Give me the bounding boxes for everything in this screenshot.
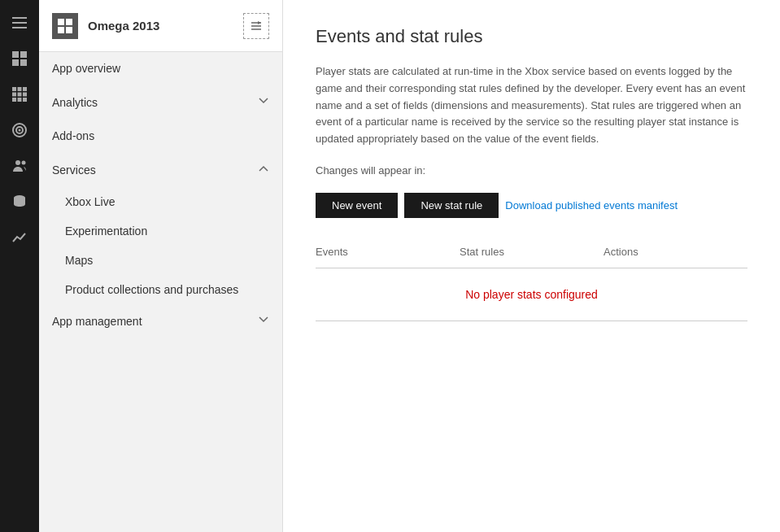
app-management-chevron-down-icon bbox=[258, 314, 269, 328]
svg-rect-15 bbox=[23, 98, 27, 102]
nav-item-addons[interactable]: Add-ons bbox=[39, 120, 282, 153]
svg-rect-9 bbox=[23, 87, 27, 91]
download-events-manifest-link[interactable]: Download published events manifest bbox=[505, 199, 678, 211]
app-icon bbox=[52, 13, 78, 39]
action-buttons: New event New stat rule Download publish… bbox=[316, 193, 747, 218]
svg-rect-23 bbox=[66, 19, 72, 25]
grid-icon[interactable] bbox=[3, 78, 36, 111]
svg-rect-22 bbox=[58, 19, 64, 25]
svg-rect-11 bbox=[18, 93, 22, 97]
nav-item-app-overview[interactable]: App overview bbox=[39, 52, 282, 85]
nav-item-app-management[interactable]: App management bbox=[39, 304, 282, 338]
column-stat-rules: Stat rules bbox=[460, 242, 604, 261]
svg-rect-6 bbox=[20, 59, 27, 66]
icon-sidebar bbox=[0, 0, 39, 532]
svg-point-20 bbox=[22, 161, 26, 165]
nav-sidebar: Omega 2013 App overview Analytics Add-on… bbox=[39, 0, 283, 532]
svg-point-19 bbox=[15, 160, 20, 165]
target-icon[interactable] bbox=[3, 114, 36, 146]
svg-rect-5 bbox=[12, 59, 19, 66]
analytics-chevron-down-icon bbox=[258, 95, 269, 109]
services-chevron-up-icon bbox=[258, 163, 269, 177]
svg-rect-3 bbox=[12, 51, 19, 58]
changes-notice: Changes will appear in: bbox=[316, 164, 747, 177]
database-icon[interactable] bbox=[3, 185, 36, 218]
nav-sub-item-product-collections[interactable]: Product collections and purchases bbox=[39, 275, 282, 304]
svg-rect-25 bbox=[66, 27, 72, 33]
svg-rect-24 bbox=[58, 27, 64, 33]
new-event-button[interactable]: New event bbox=[316, 193, 398, 218]
empty-message: No player stats configured bbox=[465, 288, 598, 301]
table-empty-state: No player stats configured bbox=[316, 268, 747, 321]
page-title: Events and stat rules bbox=[316, 26, 747, 47]
column-actions: Actions bbox=[604, 242, 747, 261]
nav-item-analytics[interactable]: Analytics bbox=[39, 85, 282, 120]
nav-sub-item-xbox-live[interactable]: Xbox Live bbox=[39, 187, 282, 216]
table-header: Events Stat rules Actions bbox=[316, 242, 747, 268]
app-switch-button[interactable] bbox=[243, 13, 269, 39]
dashboard-icon[interactable] bbox=[3, 42, 36, 75]
description-text: Player stats are calculated at run-time … bbox=[316, 63, 747, 148]
column-events: Events bbox=[316, 242, 460, 261]
svg-rect-10 bbox=[12, 93, 16, 97]
main-content: Events and stat rules Player stats are c… bbox=[283, 0, 780, 532]
nav-sub-item-maps[interactable]: Maps bbox=[39, 246, 282, 275]
svg-rect-1 bbox=[12, 22, 27, 24]
app-title: Omega 2013 bbox=[88, 19, 243, 33]
svg-rect-14 bbox=[18, 98, 22, 102]
hamburger-icon[interactable] bbox=[3, 7, 36, 39]
svg-rect-8 bbox=[18, 87, 22, 91]
svg-rect-4 bbox=[20, 51, 27, 58]
svg-rect-0 bbox=[12, 17, 27, 19]
svg-rect-7 bbox=[12, 87, 16, 91]
nav-sub-item-experimentation[interactable]: Experimentation bbox=[39, 216, 282, 246]
chart-icon[interactable] bbox=[3, 221, 36, 254]
people-icon[interactable] bbox=[3, 150, 36, 182]
svg-rect-12 bbox=[23, 93, 27, 97]
svg-rect-13 bbox=[12, 98, 16, 102]
svg-rect-2 bbox=[12, 27, 27, 28]
app-header: Omega 2013 bbox=[39, 0, 282, 52]
svg-point-18 bbox=[19, 129, 21, 132]
nav-item-services[interactable]: Services bbox=[39, 153, 282, 187]
new-stat-rule-button[interactable]: New stat rule bbox=[404, 193, 499, 218]
